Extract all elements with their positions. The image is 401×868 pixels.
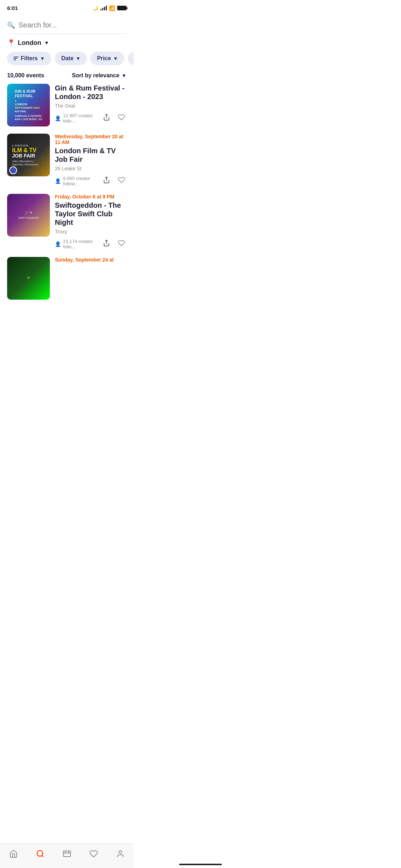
event-meta-film-tv: 👤 6,060 creator follow... [55,175,126,187]
filter-row: Filters ▼ Date ▼ Price ▼ Ca... ▼ [0,52,134,71]
filters-chevron-icon: ▼ [40,56,45,61]
share-icon [103,114,110,121]
event-image-bg: GIN & RUM FESTIVAL ● LONDON SEPTEMBER 20… [7,84,50,126]
favorite-button-film-tv[interactable] [116,175,126,187]
event-card-swiftogeddon[interactable]: 🎉 ★ SWIFTOGEDDON Friday, October 6 at 9 … [7,194,126,250]
status-bar: 6:01 🌙 📶 [0,0,134,14]
share-button-gin-rum[interactable] [101,112,111,124]
event-card-gin-rum[interactable]: GIN & RUM FESTIVAL ● LONDON SEPTEMBER 20… [7,84,126,126]
event-image-bg-last: 🍀 [7,257,50,300]
sort-chevron-icon: ▼ [121,73,126,78]
battery-icon [117,6,126,10]
sort-label: Sort by relevance [72,72,119,79]
event-info-gin-rum: Gin & Rum Festival - London - 2023 The O… [55,84,126,124]
person-icon: 👤 [55,241,61,247]
heart-icon [118,114,125,121]
share-button-film-tv[interactable] [101,175,111,187]
status-icons: 🌙 📶 [93,5,126,11]
favorite-button-gin-rum[interactable] [116,112,126,124]
event-venue-gin-rum: The Oval [55,103,126,109]
chevron-down-icon: ▼ [44,40,49,46]
signal-icon [100,6,107,10]
event-title-swiftogeddon: Swiftogeddon - The Taylor Swift Club Nig… [55,201,126,227]
event-image-swiftogeddon: 🎉 ★ SWIFTOGEDDON [7,194,50,237]
followers-text-swiftogeddon: 23,174 creator follo... [63,239,101,249]
followers-text-film-tv: 6,060 creator follow... [63,176,101,186]
share-icon [103,239,110,247]
location-pin-icon: 📍 [7,39,15,47]
event-info-last: Sunday, September 24 at [55,257,126,264]
status-time: 6:01 [7,5,18,11]
event-badge-film-tv [9,166,17,174]
event-title-film-tv: London Film & TV Job Fair [55,146,126,164]
heart-icon [118,176,125,184]
event-followers-gin-rum: 👤 12,997 creator follo... [55,113,101,124]
category-chip[interactable]: Ca... ▼ [128,52,134,65]
filters-chip-label: Filters [21,55,38,62]
event-date-swiftogeddon: Friday, October 6 at 9 PM [55,194,126,200]
share-icon [103,176,110,184]
event-title-gin-rum: Gin & Rum Festival - London - 2023 [55,84,126,101]
person-icon: 👤 [55,115,61,121]
event-actions-film-tv [101,175,126,187]
followers-text-gin-rum: 12,997 creator follo... [63,113,101,124]
favorite-button-swiftogeddon[interactable] [116,238,126,250]
filters-chip[interactable]: Filters ▼ [7,52,51,65]
person-icon: 👤 [55,178,61,184]
price-chip[interactable]: Price ▼ [90,52,124,65]
results-count: 10,000 events [7,72,44,79]
location-city: London [18,39,41,47]
event-venue-swiftogeddon: Troxy [55,229,126,234]
event-followers-swiftogeddon: 👤 23,174 creator follo... [55,239,101,249]
sort-button[interactable]: Sort by relevance ▼ [72,72,126,79]
results-header: 10,000 events Sort by relevance ▼ [0,71,134,84]
price-chevron-icon: ▼ [113,56,118,61]
event-image-bg-swift: 🎉 ★ SWIFTOGEDDON [7,194,50,237]
moon-icon: 🌙 [93,5,98,11]
filter-lines-icon [14,57,19,60]
wifi-icon: 📶 [109,5,115,11]
price-chip-label: Price [97,55,111,62]
event-card-film-tv[interactable]: LONDON ILM & TV JOB FAIR Jobs | Recruite… [7,134,126,187]
event-image-last: 🍀 [7,257,50,300]
share-button-swiftogeddon[interactable] [101,238,111,250]
search-icon: 🔍 [7,21,15,29]
event-info-swiftogeddon: Friday, October 6 at 9 PM Swiftogeddon -… [55,194,126,250]
event-meta-swiftogeddon: 👤 23,174 creator follo... [55,238,126,250]
search-input[interactable] [19,21,126,29]
event-info-film-tv: Wednesday, September 20 at 11 AM London … [55,134,126,187]
event-followers-film-tv: 👤 6,060 creator follow... [55,176,101,186]
event-actions-swiftogeddon [101,238,126,250]
event-image-gin-rum: GIN & RUM FESTIVAL ● LONDON SEPTEMBER 20… [7,84,50,126]
date-chip[interactable]: Date ▼ [55,52,87,65]
event-card-last[interactable]: 🍀 Sunday, September 24 at [7,257,126,300]
event-date-film-tv: Wednesday, September 20 at 11 AM [55,134,126,145]
location-bar[interactable]: 📍 London ▼ [0,34,134,52]
date-chevron-icon: ▼ [76,56,81,61]
search-container: 🔍 [0,14,134,34]
event-date-last: Sunday, September 24 at [55,257,126,263]
event-image-film-tv: LONDON ILM & TV JOB FAIR Jobs | Recruite… [7,134,50,176]
event-venue-film-tv: 26 Leake St [55,166,126,171]
heart-icon [118,239,125,247]
events-list: GIN & RUM FESTIVAL ● LONDON SEPTEMBER 20… [0,84,134,300]
event-actions-gin-rum [101,112,126,124]
date-chip-label: Date [61,55,74,62]
search-bar[interactable]: 🔍 [7,21,126,34]
event-meta-gin-rum: 👤 12,997 creator follo... [55,112,126,124]
